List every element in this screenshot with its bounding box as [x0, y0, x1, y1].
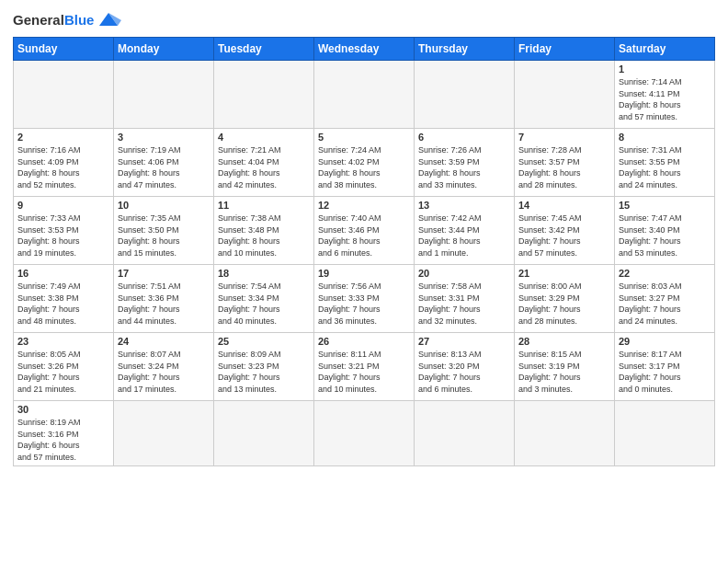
- day-number: 29: [619, 336, 711, 347]
- weekday-header-row: SundayMondayTuesdayWednesdayThursdayFrid…: [14, 38, 715, 61]
- calendar-cell: [214, 401, 314, 466]
- calendar-cell: 10Sunrise: 7:35 AM Sunset: 3:50 PM Dayli…: [114, 197, 214, 265]
- logo-text: GeneralBlue: [13, 12, 94, 28]
- calendar-cell: 23Sunrise: 8:05 AM Sunset: 3:26 PM Dayli…: [14, 333, 114, 401]
- logo-icon: [96, 9, 121, 29]
- calendar-row: 30Sunrise: 8:19 AM Sunset: 3:16 PM Dayli…: [14, 401, 715, 466]
- calendar-cell: 2Sunrise: 7:16 AM Sunset: 4:09 PM Daylig…: [14, 129, 114, 197]
- calendar-cell: 7Sunrise: 7:28 AM Sunset: 3:57 PM Daylig…: [515, 129, 615, 197]
- day-number: 17: [118, 268, 210, 279]
- day-info: Sunrise: 8:17 AM Sunset: 3:17 PM Dayligh…: [619, 349, 711, 395]
- day-info: Sunrise: 8:11 AM Sunset: 3:21 PM Dayligh…: [318, 349, 410, 395]
- day-info: Sunrise: 7:54 AM Sunset: 3:34 PM Dayligh…: [218, 281, 310, 327]
- day-info: Sunrise: 8:19 AM Sunset: 3:16 PM Dayligh…: [17, 417, 109, 463]
- day-number: 9: [17, 200, 109, 211]
- day-info: Sunrise: 8:09 AM Sunset: 3:23 PM Dayligh…: [218, 349, 310, 395]
- calendar-cell: [114, 61, 214, 129]
- day-info: Sunrise: 8:00 AM Sunset: 3:29 PM Dayligh…: [518, 281, 610, 327]
- day-info: Sunrise: 8:13 AM Sunset: 3:20 PM Dayligh…: [418, 349, 510, 395]
- day-info: Sunrise: 7:51 AM Sunset: 3:36 PM Dayligh…: [118, 281, 210, 327]
- calendar-cell: 21Sunrise: 8:00 AM Sunset: 3:29 PM Dayli…: [515, 265, 615, 333]
- calendar-cell: [214, 61, 314, 129]
- calendar-cell: 1Sunrise: 7:14 AM Sunset: 4:11 PM Daylig…: [615, 61, 715, 129]
- day-number: 6: [418, 132, 510, 143]
- day-info: Sunrise: 7:35 AM Sunset: 3:50 PM Dayligh…: [118, 213, 210, 259]
- day-info: Sunrise: 7:26 AM Sunset: 3:59 PM Dayligh…: [418, 144, 510, 190]
- day-info: Sunrise: 7:38 AM Sunset: 3:48 PM Dayligh…: [218, 213, 310, 259]
- logo-blue: Blue: [64, 12, 95, 28]
- calendar-cell: [515, 61, 615, 129]
- day-info: Sunrise: 7:56 AM Sunset: 3:33 PM Dayligh…: [318, 281, 410, 327]
- day-info: Sunrise: 7:31 AM Sunset: 3:55 PM Dayligh…: [619, 144, 711, 190]
- calendar-cell: 14Sunrise: 7:45 AM Sunset: 3:42 PM Dayli…: [515, 197, 615, 265]
- weekday-header-saturday: Saturday: [615, 38, 715, 61]
- calendar-table: SundayMondayTuesdayWednesdayThursdayFrid…: [13, 37, 715, 466]
- day-info: Sunrise: 7:24 AM Sunset: 4:02 PM Dayligh…: [318, 144, 410, 190]
- calendar-cell: [114, 401, 214, 466]
- calendar-cell: 9Sunrise: 7:33 AM Sunset: 3:53 PM Daylig…: [14, 197, 114, 265]
- logo-general: General: [13, 12, 64, 28]
- day-info: Sunrise: 7:33 AM Sunset: 3:53 PM Dayligh…: [17, 213, 109, 259]
- day-number: 8: [619, 132, 711, 143]
- calendar-cell: 18Sunrise: 7:54 AM Sunset: 3:34 PM Dayli…: [214, 265, 314, 333]
- calendar-row: 1Sunrise: 7:14 AM Sunset: 4:11 PM Daylig…: [14, 61, 715, 129]
- weekday-header-tuesday: Tuesday: [214, 38, 314, 61]
- day-number: 2: [17, 132, 109, 143]
- calendar-cell: 3Sunrise: 7:19 AM Sunset: 4:06 PM Daylig…: [114, 129, 214, 197]
- day-info: Sunrise: 7:42 AM Sunset: 3:44 PM Dayligh…: [418, 213, 510, 259]
- day-number: 21: [518, 268, 610, 279]
- weekday-header-wednesday: Wednesday: [314, 38, 415, 61]
- day-info: Sunrise: 8:07 AM Sunset: 3:24 PM Dayligh…: [118, 349, 210, 395]
- calendar-cell: 15Sunrise: 7:47 AM Sunset: 3:40 PM Dayli…: [615, 197, 715, 265]
- calendar-cell: 19Sunrise: 7:56 AM Sunset: 3:33 PM Dayli…: [314, 265, 415, 333]
- day-info: Sunrise: 7:28 AM Sunset: 3:57 PM Dayligh…: [518, 144, 610, 190]
- calendar-row: 23Sunrise: 8:05 AM Sunset: 3:26 PM Dayli…: [14, 333, 715, 401]
- calendar-cell: 5Sunrise: 7:24 AM Sunset: 4:02 PM Daylig…: [314, 129, 415, 197]
- day-number: 20: [418, 268, 510, 279]
- day-number: 19: [318, 268, 410, 279]
- page: GeneralBlue SundayMondayTuesdayWednesday…: [0, 0, 728, 563]
- day-number: 23: [17, 336, 109, 347]
- day-number: 1: [619, 63, 711, 75]
- day-number: 14: [518, 200, 610, 211]
- calendar-cell: [14, 61, 114, 129]
- day-info: Sunrise: 8:05 AM Sunset: 3:26 PM Dayligh…: [17, 349, 109, 395]
- day-info: Sunrise: 8:03 AM Sunset: 3:27 PM Dayligh…: [619, 281, 711, 327]
- calendar-cell: [415, 61, 515, 129]
- calendar-cell: [314, 61, 415, 129]
- calendar-cell: 16Sunrise: 7:49 AM Sunset: 3:38 PM Dayli…: [14, 265, 114, 333]
- calendar-cell: 29Sunrise: 8:17 AM Sunset: 3:17 PM Dayli…: [615, 333, 715, 401]
- day-info: Sunrise: 7:14 AM Sunset: 4:11 PM Dayligh…: [619, 76, 711, 122]
- calendar-cell: 8Sunrise: 7:31 AM Sunset: 3:55 PM Daylig…: [615, 129, 715, 197]
- day-info: Sunrise: 7:45 AM Sunset: 3:42 PM Dayligh…: [518, 213, 610, 259]
- calendar-cell: 28Sunrise: 8:15 AM Sunset: 3:19 PM Dayli…: [515, 333, 615, 401]
- day-number: 7: [518, 132, 610, 143]
- day-number: 11: [218, 200, 310, 211]
- calendar-cell: 26Sunrise: 8:11 AM Sunset: 3:21 PM Dayli…: [314, 333, 415, 401]
- weekday-header-monday: Monday: [114, 38, 214, 61]
- calendar-cell: [314, 401, 415, 466]
- day-info: Sunrise: 7:47 AM Sunset: 3:40 PM Dayligh…: [619, 213, 711, 259]
- day-number: 13: [418, 200, 510, 211]
- calendar-cell: [415, 401, 515, 466]
- day-info: Sunrise: 7:21 AM Sunset: 4:04 PM Dayligh…: [218, 144, 310, 190]
- day-info: Sunrise: 7:40 AM Sunset: 3:46 PM Dayligh…: [318, 213, 410, 259]
- calendar-cell: 12Sunrise: 7:40 AM Sunset: 3:46 PM Dayli…: [314, 197, 415, 265]
- logo: GeneralBlue: [13, 9, 121, 29]
- day-number: 18: [218, 268, 310, 279]
- day-number: 5: [318, 132, 410, 143]
- weekday-header-friday: Friday: [515, 38, 615, 61]
- day-number: 27: [418, 336, 510, 347]
- day-info: Sunrise: 7:16 AM Sunset: 4:09 PM Dayligh…: [17, 144, 109, 190]
- calendar-cell: 4Sunrise: 7:21 AM Sunset: 4:04 PM Daylig…: [214, 129, 314, 197]
- day-number: 28: [518, 336, 610, 347]
- calendar-row: 9Sunrise: 7:33 AM Sunset: 3:53 PM Daylig…: [14, 197, 715, 265]
- day-number: 4: [218, 132, 310, 143]
- header: GeneralBlue: [13, 9, 715, 29]
- calendar-cell: [615, 401, 715, 466]
- calendar-cell: 6Sunrise: 7:26 AM Sunset: 3:59 PM Daylig…: [415, 129, 515, 197]
- weekday-header-sunday: Sunday: [14, 38, 114, 61]
- calendar-cell: 20Sunrise: 7:58 AM Sunset: 3:31 PM Dayli…: [415, 265, 515, 333]
- calendar-cell: 27Sunrise: 8:13 AM Sunset: 3:20 PM Dayli…: [415, 333, 515, 401]
- day-number: 25: [218, 336, 310, 347]
